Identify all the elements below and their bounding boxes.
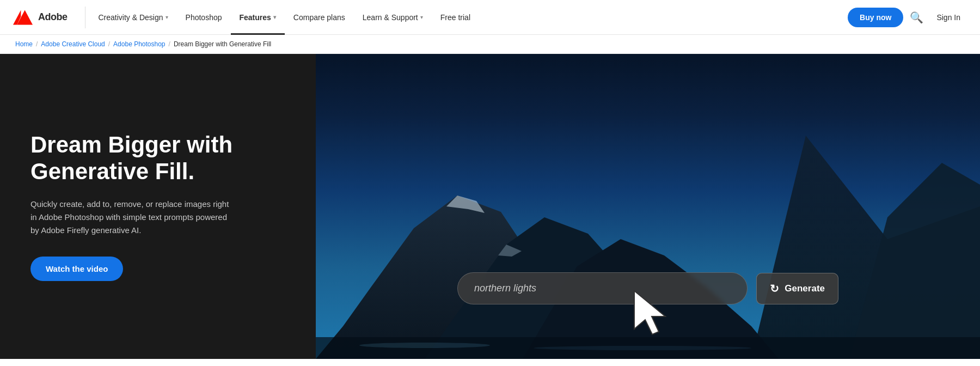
sign-in-link[interactable]: Sign In	[930, 13, 967, 22]
hero-right-panel: ↻ Generate	[316, 54, 980, 359]
hero-left-panel: Dream Bigger with Generative Fill. Quick…	[0, 54, 316, 359]
svg-marker-13	[634, 291, 665, 334]
hero-title: Dream Bigger with Generative Fill.	[30, 132, 285, 185]
hero-description: Quickly create, add to, remove, or repla…	[30, 198, 237, 237]
chevron-down-icon: ▾	[166, 14, 168, 20]
search-icon[interactable]: 🔍	[903, 11, 930, 24]
nav-item-creativity-design[interactable]: Creativity & Design ▾	[90, 0, 177, 35]
watch-video-button[interactable]: Watch the video	[30, 257, 123, 281]
nav-logo-divider	[85, 7, 85, 28]
generate-button[interactable]: ↻ Generate	[756, 273, 838, 304]
nav-label-free-trial: Free trial	[440, 13, 470, 22]
navbar: Adobe Creativity & Design ▾ Photoshop Fe…	[0, 0, 980, 35]
nav-label-learn-support: Learn & Support	[363, 13, 418, 22]
hero-section: Dream Bigger with Generative Fill. Quick…	[0, 54, 980, 359]
nav-item-photoshop[interactable]: Photoshop	[177, 0, 231, 35]
adobe-logo-text: Adobe	[38, 11, 68, 23]
nav-item-features[interactable]: Features ▾	[231, 0, 285, 35]
svg-point-12	[534, 346, 751, 350]
adobe-logo-icon	[13, 8, 33, 27]
generative-fill-input[interactable]	[457, 272, 748, 304]
chevron-down-icon-learn: ▾	[420, 14, 423, 20]
chevron-down-icon-features: ▾	[273, 14, 276, 20]
breadcrumb: Home / Adobe Creative Cloud / Adobe Phot…	[0, 35, 980, 54]
breadcrumb-sep-2: /	[108, 40, 110, 48]
generate-label: Generate	[785, 283, 825, 294]
breadcrumb-photoshop[interactable]: Adobe Photoshop	[113, 40, 165, 48]
nav-label-compare-plans: Compare plans	[293, 13, 345, 22]
nav-label-creativity-design: Creativity & Design	[99, 13, 163, 22]
breadcrumb-sep-3: /	[169, 40, 170, 48]
breadcrumb-creative-cloud[interactable]: Adobe Creative Cloud	[41, 40, 105, 48]
buy-now-button[interactable]: Buy now	[848, 8, 903, 27]
nav-label-photoshop: Photoshop	[186, 13, 222, 22]
breadcrumb-sep-1: /	[36, 40, 38, 48]
breadcrumb-home[interactable]: Home	[15, 40, 33, 48]
svg-point-11	[359, 343, 490, 348]
nav-item-compare-plans[interactable]: Compare plans	[285, 0, 354, 35]
cursor-arrow	[632, 288, 675, 337]
nav-item-free-trial[interactable]: Free trial	[432, 0, 479, 35]
nav-item-learn-support[interactable]: Learn & Support ▾	[354, 0, 432, 35]
adobe-logo[interactable]: Adobe	[13, 8, 68, 27]
nav-label-features: Features	[240, 13, 271, 22]
breadcrumb-current: Dream Bigger with Generative Fill	[174, 40, 271, 48]
generate-icon: ↻	[770, 282, 779, 295]
